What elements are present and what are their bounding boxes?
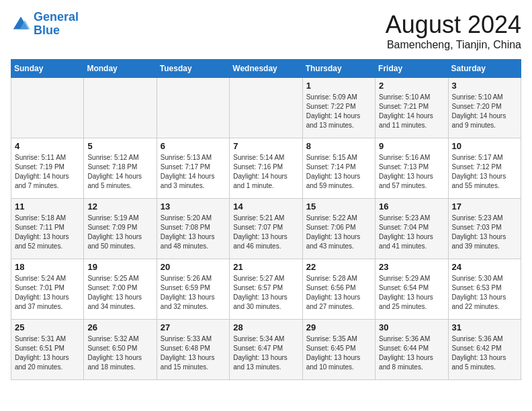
calendar-cell: 30Sunrise: 5:36 AM Sunset: 6:44 PM Dayli… (375, 320, 448, 380)
calendar-cell: 28Sunrise: 5:34 AM Sunset: 6:47 PM Dayli… (230, 320, 302, 380)
calendar-week-row: 4Sunrise: 5:11 AM Sunset: 7:19 PM Daylig… (11, 138, 521, 199)
calendar-cell (84, 78, 157, 138)
calendar-title: August 2024 (386, 11, 521, 39)
day-info: Sunrise: 5:30 AM Sunset: 6:53 PM Dayligh… (452, 274, 517, 312)
calendar-cell: 26Sunrise: 5:32 AM Sunset: 6:50 PM Dayli… (84, 320, 157, 380)
day-info: Sunrise: 5:20 AM Sunset: 7:08 PM Dayligh… (161, 214, 226, 251)
calendar-cell: 24Sunrise: 5:30 AM Sunset: 6:53 PM Dayli… (448, 259, 521, 320)
day-info: Sunrise: 5:31 AM Sunset: 6:51 PM Dayligh… (15, 334, 80, 372)
weekday-header-friday: Friday (375, 60, 448, 78)
day-info: Sunrise: 5:34 AM Sunset: 6:47 PM Dayligh… (233, 334, 298, 372)
day-info: Sunrise: 5:23 AM Sunset: 7:04 PM Dayligh… (379, 214, 444, 251)
calendar-week-row: 11Sunrise: 5:18 AM Sunset: 7:11 PM Dayli… (11, 199, 521, 259)
day-number: 4 (15, 141, 80, 151)
day-number: 10 (452, 141, 517, 151)
day-number: 8 (306, 141, 371, 151)
day-number: 19 (87, 262, 152, 272)
calendar-cell (11, 78, 84, 138)
calendar-cell: 17Sunrise: 5:23 AM Sunset: 7:03 PM Dayli… (448, 199, 521, 259)
weekday-header-thursday: Thursday (302, 60, 375, 78)
day-number: 11 (15, 201, 80, 212)
calendar-cell: 21Sunrise: 5:27 AM Sunset: 6:57 PM Dayli… (230, 259, 302, 320)
calendar-cell: 15Sunrise: 5:22 AM Sunset: 7:06 PM Dayli… (302, 199, 375, 259)
day-info: Sunrise: 5:18 AM Sunset: 7:11 PM Dayligh… (15, 214, 80, 251)
day-number: 21 (233, 262, 298, 272)
day-number: 31 (452, 322, 517, 332)
weekday-header-wednesday: Wednesday (230, 60, 302, 78)
day-info: Sunrise: 5:14 AM Sunset: 7:16 PM Dayligh… (233, 153, 298, 191)
calendar-cell: 10Sunrise: 5:17 AM Sunset: 7:12 PM Dayli… (448, 138, 521, 199)
calendar-table: SundayMondayTuesdayWednesdayThursdayFrid… (11, 59, 521, 380)
logo-text: General Blue (34, 11, 79, 38)
day-info: Sunrise: 5:19 AM Sunset: 7:09 PM Dayligh… (87, 214, 152, 251)
calendar-cell: 9Sunrise: 5:16 AM Sunset: 7:13 PM Daylig… (375, 138, 448, 199)
day-info: Sunrise: 5:27 AM Sunset: 6:57 PM Dayligh… (233, 274, 298, 312)
calendar-cell: 12Sunrise: 5:19 AM Sunset: 7:09 PM Dayli… (84, 199, 157, 259)
day-number: 27 (161, 322, 226, 332)
day-number: 26 (87, 322, 152, 332)
day-number: 17 (452, 201, 517, 212)
day-info: Sunrise: 5:23 AM Sunset: 7:03 PM Dayligh… (452, 214, 517, 251)
day-number: 16 (379, 201, 444, 212)
day-number: 7 (233, 141, 298, 151)
title-area: August 2024 Bamencheng, Tianjin, China (386, 11, 521, 51)
header: General Blue August 2024 Bamencheng, Tia… (11, 11, 521, 51)
calendar-cell: 18Sunrise: 5:24 AM Sunset: 7:01 PM Dayli… (11, 259, 84, 320)
day-number: 20 (161, 262, 226, 272)
calendar-week-row: 18Sunrise: 5:24 AM Sunset: 7:01 PM Dayli… (11, 259, 521, 320)
day-number: 12 (87, 201, 152, 212)
day-number: 22 (306, 262, 371, 272)
calendar-cell: 27Sunrise: 5:33 AM Sunset: 6:48 PM Dayli… (157, 320, 229, 380)
day-info: Sunrise: 5:36 AM Sunset: 6:44 PM Dayligh… (379, 334, 444, 372)
day-number: 23 (379, 262, 444, 272)
day-number: 15 (306, 201, 371, 212)
logo: General Blue (11, 11, 79, 38)
day-number: 2 (379, 81, 444, 91)
day-number: 24 (452, 262, 517, 272)
day-number: 30 (379, 322, 444, 332)
calendar-cell: 16Sunrise: 5:23 AM Sunset: 7:04 PM Dayli… (375, 199, 448, 259)
calendar-cell: 20Sunrise: 5:26 AM Sunset: 6:59 PM Dayli… (157, 259, 229, 320)
calendar-cell: 25Sunrise: 5:31 AM Sunset: 6:51 PM Dayli… (11, 320, 84, 380)
calendar-cell: 29Sunrise: 5:35 AM Sunset: 6:45 PM Dayli… (302, 320, 375, 380)
calendar-cell: 31Sunrise: 5:36 AM Sunset: 6:42 PM Dayli… (448, 320, 521, 380)
day-info: Sunrise: 5:35 AM Sunset: 6:45 PM Dayligh… (306, 334, 371, 372)
day-info: Sunrise: 5:17 AM Sunset: 7:12 PM Dayligh… (452, 153, 517, 191)
day-info: Sunrise: 5:25 AM Sunset: 7:00 PM Dayligh… (87, 274, 152, 312)
day-number: 9 (379, 141, 444, 151)
calendar-cell: 8Sunrise: 5:15 AM Sunset: 7:14 PM Daylig… (302, 138, 375, 199)
day-info: Sunrise: 5:10 AM Sunset: 7:21 PM Dayligh… (379, 93, 444, 130)
logo-line2: Blue (34, 24, 60, 37)
day-info: Sunrise: 5:22 AM Sunset: 7:06 PM Dayligh… (306, 214, 371, 251)
weekday-header-saturday: Saturday (448, 60, 521, 78)
weekday-header-monday: Monday (84, 60, 157, 78)
day-info: Sunrise: 5:16 AM Sunset: 7:13 PM Dayligh… (379, 153, 444, 191)
day-info: Sunrise: 5:10 AM Sunset: 7:20 PM Dayligh… (452, 93, 517, 130)
weekday-header-tuesday: Tuesday (157, 60, 229, 78)
day-number: 25 (15, 322, 80, 332)
day-info: Sunrise: 5:24 AM Sunset: 7:01 PM Dayligh… (15, 274, 80, 312)
calendar-cell: 2Sunrise: 5:10 AM Sunset: 7:21 PM Daylig… (375, 78, 448, 138)
calendar-week-row: 1Sunrise: 5:09 AM Sunset: 7:22 PM Daylig… (11, 78, 521, 138)
calendar-cell: 3Sunrise: 5:10 AM Sunset: 7:20 PM Daylig… (448, 78, 521, 138)
calendar-subtitle: Bamencheng, Tianjin, China (386, 39, 521, 51)
day-number: 18 (15, 262, 80, 272)
day-number: 28 (233, 322, 298, 332)
weekday-header-sunday: Sunday (11, 60, 84, 78)
day-number: 5 (87, 141, 152, 151)
calendar-cell: 13Sunrise: 5:20 AM Sunset: 7:08 PM Dayli… (157, 199, 229, 259)
day-number: 29 (306, 322, 371, 332)
calendar-cell: 5Sunrise: 5:12 AM Sunset: 7:18 PM Daylig… (84, 138, 157, 199)
weekday-header-row: SundayMondayTuesdayWednesdayThursdayFrid… (11, 60, 521, 78)
day-number: 6 (161, 141, 226, 151)
calendar-cell: 22Sunrise: 5:28 AM Sunset: 6:56 PM Dayli… (302, 259, 375, 320)
day-info: Sunrise: 5:15 AM Sunset: 7:14 PM Dayligh… (306, 153, 371, 191)
logo-icon (11, 14, 31, 34)
day-info: Sunrise: 5:09 AM Sunset: 7:22 PM Dayligh… (306, 93, 371, 130)
calendar-cell: 23Sunrise: 5:29 AM Sunset: 6:54 PM Dayli… (375, 259, 448, 320)
day-info: Sunrise: 5:26 AM Sunset: 6:59 PM Dayligh… (161, 274, 226, 312)
day-info: Sunrise: 5:36 AM Sunset: 6:42 PM Dayligh… (452, 334, 517, 372)
calendar-cell: 11Sunrise: 5:18 AM Sunset: 7:11 PM Dayli… (11, 199, 84, 259)
calendar-cell: 4Sunrise: 5:11 AM Sunset: 7:19 PM Daylig… (11, 138, 84, 199)
calendar-cell: 7Sunrise: 5:14 AM Sunset: 7:16 PM Daylig… (230, 138, 302, 199)
